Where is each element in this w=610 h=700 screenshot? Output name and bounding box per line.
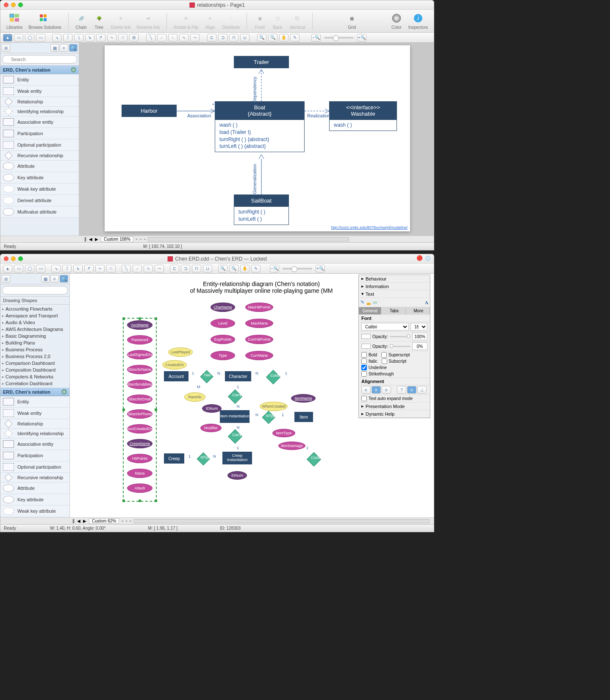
shape-item[interactable]: Weak entity	[0, 408, 69, 419]
nav-p1[interactable]: ▫	[136, 237, 138, 242]
zoom-slider[interactable]	[283, 268, 312, 269]
edit-icon[interactable]: ✎	[360, 300, 364, 305]
tool-rect[interactable]: ▭	[14, 34, 23, 42]
tb-identical[interactable]: ⿻Identical	[288, 12, 307, 30]
attr-oval[interactable]: SbscrbrAddress	[127, 380, 152, 389]
scrollbar-horiz[interactable]	[148, 237, 349, 242]
tb-distribute[interactable]: ⋮Distribute	[220, 12, 241, 30]
nav2-next[interactable]: ▶	[83, 519, 86, 523]
insp-behaviour[interactable]: ▸ Behaviour	[359, 275, 430, 283]
shape-item[interactable]: Key attribute	[0, 172, 79, 183]
side-tree[interactable]: ⊞	[2, 275, 10, 283]
shape-item[interactable]: Optional participation	[0, 461, 69, 473]
shape-item[interactable]: Relationship	[0, 97, 79, 107]
nav2-first[interactable]: ‖	[72, 519, 75, 523]
zoom-plus[interactable]: +🔍	[357, 34, 366, 42]
zoom-icon[interactable]	[18, 3, 23, 7]
side-search[interactable]: 🔍	[60, 275, 68, 283]
section-header-2[interactable]: ERD, Chen's notation ×	[0, 388, 69, 396]
attr-oval[interactable]: AcctName	[127, 320, 152, 330]
zoom-slider[interactable]	[324, 37, 354, 39]
shape-item[interactable]: Weak key attribute	[0, 183, 79, 195]
valign-mid[interactable]: ≡	[407, 386, 416, 394]
tool-route4[interactable]: ⊔	[240, 34, 250, 42]
shape-item[interactable]: Weak entity	[0, 86, 79, 97]
shape-item[interactable]: Relationship	[0, 419, 69, 429]
nav2-prev[interactable]: ◀	[77, 519, 80, 523]
nav-p3[interactable]: ▫	[144, 237, 146, 242]
attr-itemname[interactable]: ItemName	[291, 394, 316, 403]
attr-oval[interactable]: Mana	[127, 469, 152, 478]
tool-l2[interactable]: ⟋	[133, 265, 142, 272]
drawing-shapes-header[interactable]: Drawing Shapes	[0, 297, 69, 305]
chk-super[interactable]: Superscript	[381, 352, 410, 358]
shape-item[interactable]: Optional participation	[0, 139, 79, 151]
tool-route2[interactable]: ⊐	[218, 34, 227, 42]
minimize-icon[interactable]	[11, 256, 16, 261]
rel-contains[interactable]: Contains	[266, 370, 280, 384]
highlight-icon[interactable]: ▃	[367, 300, 370, 305]
attr-oval[interactable]: Level	[211, 319, 235, 328]
chk-bold[interactable]: Bold	[361, 352, 377, 358]
tool-c2[interactable]: ⤴	[62, 265, 72, 272]
attr-oval[interactable]: CharName	[211, 303, 235, 312]
category-item[interactable]: Audio & Video	[0, 319, 69, 326]
insp-information[interactable]: ▸ Information	[359, 283, 430, 290]
tool-conn7[interactable]: □	[118, 34, 128, 42]
close-icon[interactable]	[4, 256, 8, 261]
entity-creep[interactable]: Creep	[164, 453, 184, 464]
tool-zoom-out[interactable]: 🔍	[268, 34, 277, 42]
selected-attributes-column[interactable]: AcctNamePasswordLastSignedOnSbscrbrNameS…	[124, 319, 156, 501]
tool-conn5[interactable]: ↱	[96, 34, 105, 42]
swatch-icon[interactable]	[361, 334, 371, 339]
attr-idnum1[interactable]: IDNum	[202, 404, 222, 413]
entity-character[interactable]: Character	[225, 371, 251, 381]
opacity1-input[interactable]	[412, 333, 427, 340]
tool-r4[interactable]: ⊔	[203, 265, 212, 272]
tb-front[interactable]: ▣Front	[252, 12, 267, 30]
shape-item[interactable]: Weak key attribute	[0, 506, 69, 517]
uml-trailer[interactable]: Trailer	[234, 56, 289, 68]
attr-oval[interactable]: LastSignedOn	[127, 350, 152, 359]
zoom-combo[interactable]: Custom 108%	[101, 236, 133, 242]
attr-itemdamage[interactable]: ItemDamage	[278, 442, 305, 450]
search-input[interactable]	[2, 55, 77, 64]
attr-lastplayed[interactable]: LastPlayed	[168, 347, 193, 357]
nav-next[interactable]: ▶	[95, 237, 98, 242]
section-header[interactable]: ERD, Chen's notation ×	[0, 66, 79, 74]
tb-delete-link[interactable]: ✕Delete link	[109, 12, 133, 30]
tb-reverse-link[interactable]: ⇄Reverse link	[135, 12, 161, 30]
attr-oval[interactable]: ExpPoints	[211, 335, 235, 344]
category-item[interactable]: Computers & Networks	[0, 373, 69, 380]
attr-oval[interactable]: HitPoints	[127, 454, 152, 463]
shape-item[interactable]: Key attribute	[0, 494, 69, 506]
tb-grid[interactable]: ▦Grid	[344, 12, 360, 30]
tool-route1[interactable]: ⊏	[207, 34, 216, 42]
nav2-p2[interactable]: ▫	[126, 519, 128, 523]
tb-inspectors[interactable]: iInspectors	[407, 12, 430, 30]
attr-raninfo[interactable]: RanInfo	[184, 392, 205, 402]
side-grid[interactable]: ▦	[41, 275, 50, 283]
close-icon[interactable]	[4, 3, 8, 7]
side-tree-icon[interactable]: ⊞	[2, 44, 10, 52]
tool-rect[interactable]: ▭	[14, 265, 23, 272]
tool-pan[interactable]: ✋	[279, 34, 288, 42]
pan[interactable]: ✋	[240, 265, 250, 272]
font-a-icon[interactable]: A	[425, 300, 428, 305]
valign-bot[interactable]: ⊥	[417, 386, 427, 394]
box-icon[interactable]: ▭	[373, 300, 377, 305]
section-close-icon[interactable]: ×	[71, 67, 76, 72]
tool-r1[interactable]: ⊏	[170, 265, 179, 272]
nav2-p1[interactable]: ▫	[122, 519, 123, 523]
shape-item[interactable]: Entity	[0, 396, 69, 408]
attr-oval[interactable]: CurrMana	[245, 351, 273, 360]
tool-route3[interactable]: ⊓	[229, 34, 238, 42]
tool-c3[interactable]: ↳	[73, 265, 83, 272]
shape-item[interactable]: Recursive relationship	[0, 151, 79, 161]
side-grid-icon[interactable]: ▦	[50, 44, 59, 52]
titlebar[interactable]: Chen ERD.cdd – Chen's ERD — Locked 🔴 ⓘ	[0, 254, 434, 264]
zoom-combo-2[interactable]: Custom 62%	[89, 518, 119, 524]
tool-text[interactable]: ▭	[36, 265, 45, 272]
attr-oval[interactable]: AcctCreatedOn	[127, 424, 152, 433]
uml-washable[interactable]: <<interface>> Washable wash ( )	[329, 101, 397, 131]
